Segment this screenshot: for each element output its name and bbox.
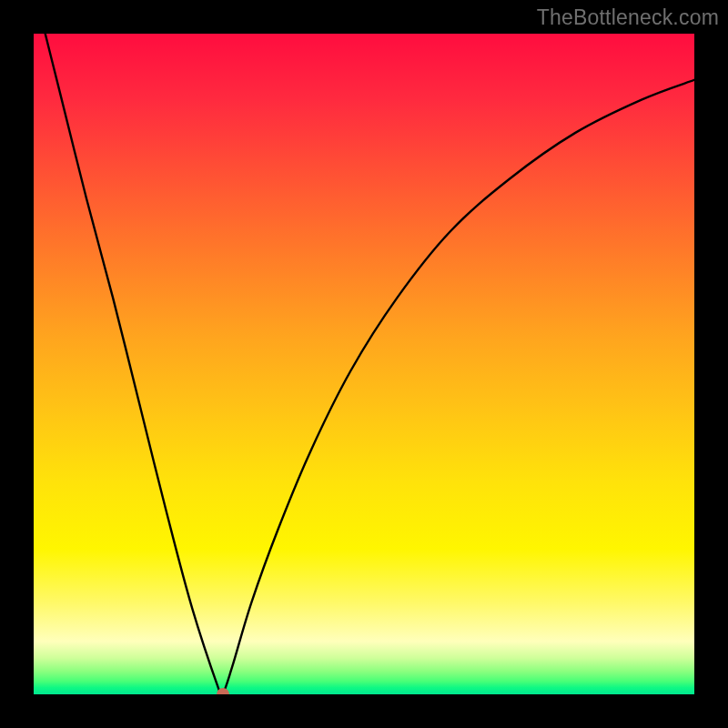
optimal-point-marker [217, 688, 229, 694]
chart-frame: TheBottleneck.com [0, 0, 728, 728]
bottleneck-curve [34, 34, 694, 694]
watermark-text: TheBottleneck.com [537, 5, 719, 30]
plot-area [34, 34, 694, 694]
